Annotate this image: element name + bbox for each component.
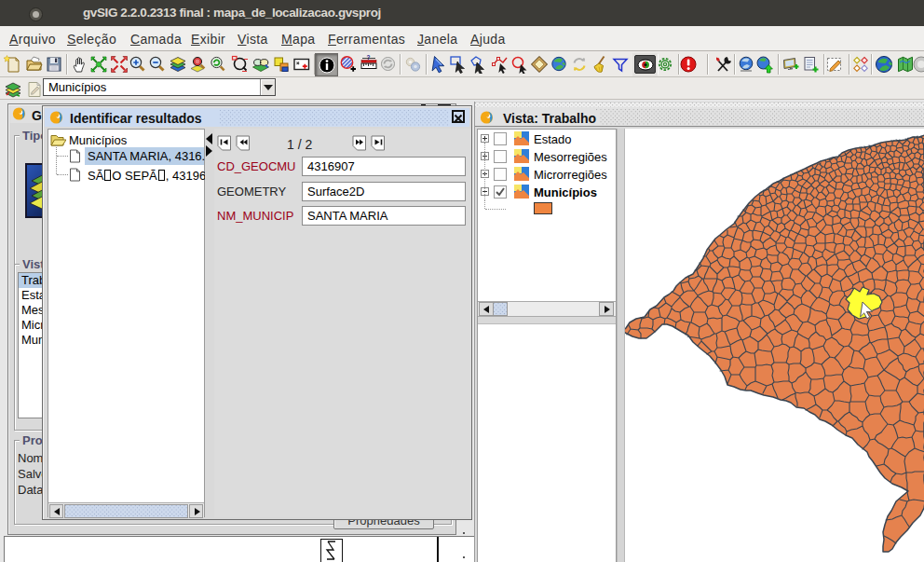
svg-text:?: ? bbox=[367, 55, 371, 61]
